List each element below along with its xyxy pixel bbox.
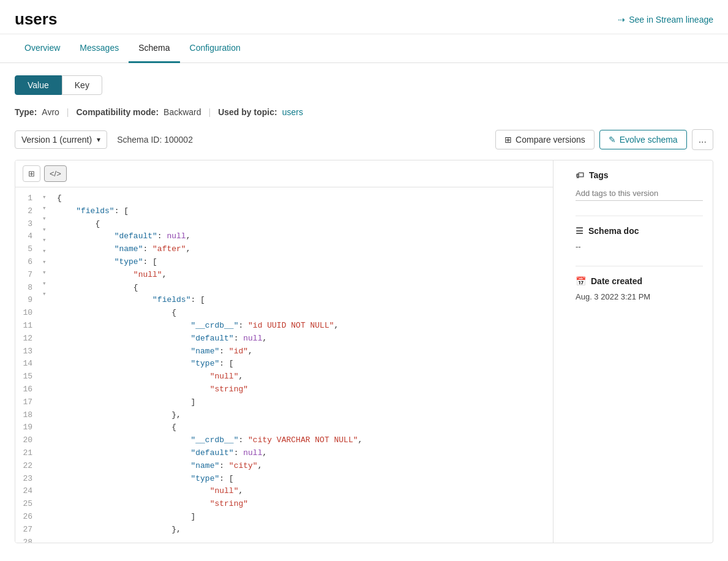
version-wrapper: Version 1 (current) ▾ Schema ID: 100002: [15, 130, 193, 149]
meta-row: Type: Avro | Compatibility mode: Backwar…: [15, 107, 713, 117]
date-created-value: Aug. 3 2022 3:21 PM: [576, 292, 703, 301]
schema-doc-icon: ☰: [576, 226, 584, 236]
evolve-icon: ✎: [609, 135, 616, 145]
tags-title: Tags: [589, 170, 609, 180]
sidebar-panel: 🏷 Tags ☰ Schema doc -- 📅 Date created: [566, 160, 713, 543]
tab-overview[interactable]: Overview: [15, 34, 70, 63]
schema-editor: ⊞ </> 1234567891011121314151617181920212…: [15, 160, 554, 543]
stream-lineage-label: See in Stream lineage: [629, 15, 713, 24]
schema-doc-title-row: ☰ Schema doc: [576, 226, 703, 236]
type-value: Avro: [42, 107, 59, 117]
tags-input[interactable]: [576, 186, 703, 201]
main-content: Value Key Type: Avro | Compatibility mod…: [0, 63, 728, 555]
compare-versions-button[interactable]: ⊞ Compare versions: [495, 130, 595, 149]
date-icon: 📅: [576, 276, 586, 286]
version-select[interactable]: Version 1 (current) ▾: [15, 130, 107, 149]
type-label: Type:: [15, 107, 37, 117]
date-created-title: Date created: [591, 276, 642, 286]
stream-lineage-link[interactable]: ⇢ See in Stream lineage: [618, 15, 713, 24]
stream-lineage-icon: ⇢: [618, 15, 625, 24]
date-created-title-row: 📅 Date created: [576, 276, 703, 286]
evolve-label: Evolve schema: [620, 135, 678, 145]
tab-schema[interactable]: Schema: [129, 34, 179, 63]
schema-doc-title: Schema doc: [588, 226, 639, 236]
compare-icon: ⊞: [505, 135, 512, 145]
toolbar-right: ⊞ Compare versions ✎ Evolve schema ...: [495, 129, 713, 150]
tab-configuration[interactable]: Configuration: [180, 34, 250, 63]
tab-bar: Overview Messages Schema Configuration: [0, 34, 728, 63]
value-key-toggle: Value Key: [15, 75, 713, 95]
page-header: users ⇢ See in Stream lineage: [0, 0, 728, 34]
used-by-topic-link[interactable]: users: [282, 107, 303, 117]
page-title: users: [15, 10, 57, 29]
tags-section: 🏷 Tags: [576, 170, 703, 201]
tags-title-row: 🏷 Tags: [576, 170, 703, 180]
schema-doc-value: --: [576, 242, 703, 251]
schema-id-area: Schema ID: 100002: [117, 135, 193, 145]
code-view-button[interactable]: </>: [44, 165, 67, 182]
compat-value: Backward: [163, 107, 201, 117]
compat-label: Compatibility mode:: [77, 107, 159, 117]
used-by-label: Used by topic:: [218, 107, 277, 117]
chevron-down-icon: ▾: [97, 135, 100, 144]
divider-1: [576, 216, 703, 216]
version-label: Version 1 (current): [21, 135, 92, 145]
grid-view-button[interactable]: ⊞: [23, 165, 40, 182]
code-area[interactable]: 1234567891011121314151617181920212223242…: [15, 187, 553, 543]
compare-label: Compare versions: [516, 135, 585, 145]
main-panel: ⊞ </> 1234567891011121314151617181920212…: [15, 160, 713, 543]
tab-messages[interactable]: Messages: [70, 34, 129, 63]
key-toggle-button[interactable]: Key: [62, 75, 102, 95]
schema-id-label-text: Schema ID:: [117, 135, 162, 145]
tags-icon: 🏷: [576, 170, 584, 180]
editor-toolbar: ⊞ </>: [15, 160, 553, 187]
value-toggle-button[interactable]: Value: [15, 75, 62, 95]
line-numbers: 1234567891011121314151617181920212223242…: [15, 192, 40, 538]
date-created-section: 📅 Date created Aug. 3 2022 3:21 PM: [576, 276, 703, 301]
schema-id-value: 100002: [164, 135, 193, 145]
more-options-button[interactable]: ...: [692, 129, 713, 150]
schema-toolbar: Version 1 (current) ▾ Schema ID: 100002 …: [15, 129, 713, 150]
divider-2: [576, 266, 703, 266]
evolve-schema-button[interactable]: ✎ Evolve schema: [599, 130, 687, 149]
schema-doc-section: ☰ Schema doc --: [576, 226, 703, 251]
collapse-arrows: ▾▾▾▾▾▾▾▾▾▾: [40, 192, 50, 538]
code-content: { "fields": [ { "default": null, "name":…: [50, 192, 553, 538]
